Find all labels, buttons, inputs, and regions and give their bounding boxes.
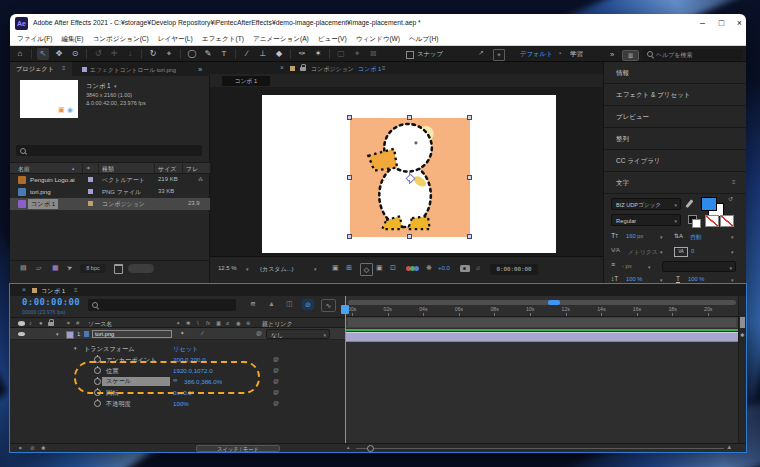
motion-blur-enable-icon[interactable]: ⊘ bbox=[302, 299, 314, 310]
motion-blur-toggle-icon[interactable]: ✱ bbox=[41, 445, 46, 451]
snap-label[interactable]: スナップ bbox=[417, 50, 443, 59]
exposure-value[interactable]: +0.0 bbox=[438, 265, 450, 271]
viewer-canvas-area[interactable] bbox=[210, 87, 603, 256]
interpret-footage-icon[interactable]: ▤ bbox=[20, 264, 27, 272]
timeline-timecode[interactable]: 0:00:00:00 bbox=[22, 297, 80, 307]
help-search-field[interactable]: ヘルプを検索 bbox=[643, 49, 743, 60]
safe-margins-icon[interactable]: ▣ bbox=[332, 264, 339, 272]
camera-tool[interactable]: ⌖ bbox=[163, 48, 175, 60]
eraser-tool[interactable]: ◆ bbox=[273, 48, 285, 60]
eyedropper-icon[interactable] bbox=[685, 199, 693, 208]
workspace-default-tab[interactable]: デフォルト bbox=[520, 50, 553, 59]
selection-handle[interactable] bbox=[467, 175, 472, 180]
mask-icon[interactable]: ▣ bbox=[216, 320, 221, 326]
zoom-out-mountain-icon[interactable]: ▲ bbox=[346, 445, 350, 450]
frame-blend-icon[interactable]: ⌀ bbox=[226, 320, 229, 326]
layer-quality-icon[interactable]: ∕ bbox=[202, 330, 203, 336]
project-thumbnail[interactable]: ▣ ◉ bbox=[20, 80, 78, 118]
menu-item[interactable]: エフェクト(T) bbox=[202, 35, 244, 44]
panel-menu-icon[interactable]: ≡ bbox=[74, 287, 78, 293]
label-column-icon[interactable]: ✦ bbox=[66, 320, 71, 326]
selection-handle[interactable] bbox=[347, 175, 352, 180]
collapsed-panel-2[interactable]: プレビュー bbox=[604, 106, 746, 128]
fill-color-swatch[interactable] bbox=[701, 197, 717, 211]
pickwhip-icon[interactable]: @ bbox=[273, 356, 279, 362]
pan-camera-tool[interactable]: ✛ bbox=[108, 48, 120, 60]
transform-group-label[interactable]: トランスフォーム bbox=[84, 345, 135, 354]
project-settings-icon[interactable]: ➤ bbox=[66, 263, 74, 273]
chevron-down-icon[interactable]: ▾ bbox=[314, 266, 317, 272]
col-frame[interactable]: フレ bbox=[186, 165, 198, 174]
bit-depth-button[interactable]: 8 bpc bbox=[80, 264, 106, 273]
selection-handle[interactable] bbox=[467, 115, 472, 120]
layer-row[interactable]: ▾ 1 tori.png ✦ ∕ @ なし ▾ bbox=[10, 328, 345, 340]
eye-icon[interactable] bbox=[18, 321, 25, 326]
view-preset-dropdown[interactable]: (カスタム...) bbox=[260, 265, 294, 274]
sort-ascending-icon[interactable]: ▴ bbox=[72, 165, 75, 171]
timeline-tab-label[interactable]: コンポ 1 bbox=[41, 287, 65, 296]
puppet-pin-tool[interactable]: ✶ bbox=[312, 48, 324, 60]
chevron-down-icon[interactable]: ▾ bbox=[731, 277, 734, 283]
snap-checkbox[interactable] bbox=[406, 51, 414, 59]
eye-icon[interactable] bbox=[18, 332, 25, 337]
menu-item[interactable]: アニメーション(A) bbox=[253, 35, 309, 44]
menu-item[interactable]: ウィンドウ(W) bbox=[356, 35, 400, 44]
layer-name-field[interactable]: tori.png bbox=[92, 330, 172, 339]
snapshot-camera-icon[interactable] bbox=[460, 265, 470, 272]
lock-icon[interactable] bbox=[48, 322, 54, 326]
new-folder-icon[interactable]: ▱ bbox=[36, 264, 41, 272]
draft-3d-icon[interactable]: ▲ bbox=[268, 300, 275, 307]
menu-item[interactable]: ヘルプ(H) bbox=[409, 35, 438, 44]
home-tool[interactable]: ⌂ bbox=[14, 48, 26, 60]
shape-tool[interactable]: ◯ bbox=[186, 48, 198, 60]
vertical-scale-value[interactable]: 100 % bbox=[626, 276, 642, 282]
collapsed-panel-4[interactable]: CC ライブラリ bbox=[604, 150, 746, 172]
fx-icon[interactable]: fx bbox=[206, 320, 210, 326]
viewer-tab-close-icon[interactable]: × bbox=[280, 64, 284, 71]
footer-pill[interactable] bbox=[128, 264, 154, 273]
timeline-search-field[interactable] bbox=[88, 299, 236, 311]
menu-item[interactable]: ビュー(V) bbox=[318, 35, 347, 44]
selection-handle[interactable] bbox=[347, 115, 352, 120]
project-comp-name[interactable]: コンポ 1 bbox=[86, 82, 111, 91]
grid-icon[interactable]: ⊞ bbox=[346, 264, 352, 272]
comp-subtab[interactable]: コンポ 1 bbox=[222, 76, 270, 86]
viewer-tab-kind-label[interactable]: コンポジション bbox=[311, 65, 354, 74]
label-column-icon[interactable]: ✦ bbox=[86, 165, 91, 171]
graph-editor-icon[interactable]: ∿ bbox=[321, 299, 336, 312]
rotation-tool[interactable]: ↻ bbox=[147, 48, 159, 60]
resolution-icon[interactable]: ❋ bbox=[426, 264, 432, 272]
leading-value[interactable]: 自動 bbox=[690, 233, 702, 242]
chevron-down-icon[interactable]: ▾ bbox=[660, 234, 663, 240]
collapsed-panel-1[interactable]: エフェクト & プリセット bbox=[604, 84, 746, 106]
selection-handle[interactable] bbox=[407, 234, 412, 239]
item-name[interactable]: tori.png bbox=[30, 188, 51, 195]
zoom-tool[interactable]: ⊙ bbox=[69, 48, 81, 60]
label-color-swatch[interactable] bbox=[88, 189, 93, 194]
layer-blend-icon[interactable]: ✦ bbox=[180, 330, 185, 336]
viewer-menu-icon[interactable]: ≡ bbox=[382, 65, 386, 71]
font-style-select[interactable]: Regular ▾ bbox=[611, 214, 681, 226]
zoom-in-mountain-icon[interactable]: ▲ bbox=[726, 443, 732, 450]
roto-brush-tool[interactable]: ✑ bbox=[296, 48, 308, 60]
selection-handle[interactable] bbox=[467, 234, 472, 239]
chevron-down-icon[interactable]: ▾ bbox=[648, 264, 651, 270]
clone-stamp-tool[interactable]: ⊥ bbox=[257, 48, 269, 60]
workspace-overflow-icon[interactable]: » bbox=[610, 50, 614, 59]
col-type[interactable]: 種類 bbox=[102, 165, 114, 174]
toggle-switches-icon[interactable]: ✦ bbox=[18, 445, 23, 451]
character-panel-header[interactable]: 文字 ≡ bbox=[604, 172, 746, 194]
playhead-handle[interactable] bbox=[341, 305, 349, 314]
default-colors-icon-white[interactable] bbox=[692, 219, 701, 228]
chevron-down-icon[interactable]: ▾ bbox=[660, 249, 663, 255]
stroke-style-select[interactable]: ▾ bbox=[662, 261, 736, 272]
motion-blur-icon[interactable]: ◉ bbox=[236, 320, 241, 326]
workspace-learn-tab[interactable]: 学習 bbox=[570, 50, 583, 59]
channels-icon[interactable] bbox=[406, 266, 420, 272]
frame-blend-toggle-icon[interactable]: ⊘ bbox=[30, 445, 35, 451]
layer-duration-bar[interactable] bbox=[346, 332, 738, 342]
pen-tool[interactable]: ✎ bbox=[202, 48, 214, 60]
quality-icon[interactable]: ∖ bbox=[196, 320, 199, 326]
composition-canvas[interactable] bbox=[262, 95, 556, 253]
transform-reset-link[interactable]: リセット bbox=[173, 345, 198, 354]
